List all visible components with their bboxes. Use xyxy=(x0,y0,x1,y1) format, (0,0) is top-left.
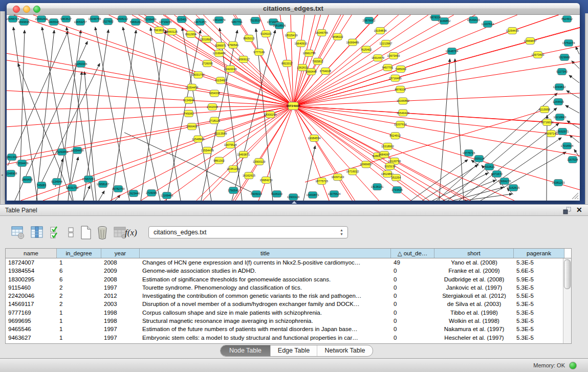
graph-node-label: 18300295 xyxy=(264,113,277,116)
create-table-icon[interactable] xyxy=(80,226,92,240)
window-titlebar[interactable]: citations_edges.txt xyxy=(7,3,580,15)
graph-node-label: 16354458 xyxy=(71,149,84,152)
network-graph[interactable]: 1604675694982221609948976254021691447994… xyxy=(7,15,580,201)
show-columns-icon[interactable] xyxy=(31,226,43,239)
table-cell: 22420046 xyxy=(6,292,57,300)
float-panel-icon[interactable] xyxy=(563,207,572,214)
graph-node-label: 252254 xyxy=(391,176,401,179)
graph-node-label: 10958187 xyxy=(97,183,110,186)
column-header-name[interactable]: name xyxy=(6,249,57,258)
table-row[interactable]: 1938455462009Genome-wide association stu… xyxy=(6,267,571,275)
column-header-short[interactable]: short xyxy=(434,249,514,258)
table-cell: Estimation of the future numbers of pati… xyxy=(140,325,391,333)
table-cell: 0 xyxy=(391,283,434,292)
graph-node-label: 8524912 xyxy=(389,134,401,137)
table-cell: 0 xyxy=(391,325,434,333)
memory-status-label: Memory: OK xyxy=(533,362,565,368)
table-cell: 19384554 xyxy=(6,267,57,275)
graph-node-label: 14136141 xyxy=(371,185,384,188)
table-row[interactable]: 2242004622012Investigating the contribut… xyxy=(6,292,571,300)
graph-edge-red xyxy=(366,164,411,201)
graph-node-label: 15493871 xyxy=(307,193,319,196)
column-header-out_de[interactable]: △ out_de… xyxy=(391,249,434,258)
graph-edge-black xyxy=(567,121,579,128)
graph-node-label: 15684270 xyxy=(498,180,511,183)
table-cell: 0 xyxy=(391,317,434,325)
table-cell: 9465546 xyxy=(6,325,57,333)
graph-edge-red xyxy=(394,15,475,56)
table-cell: Yano et al. (2008) xyxy=(434,258,514,267)
right-collapsed-panel[interactable] xyxy=(585,13,588,204)
delete-table-icon[interactable] xyxy=(96,226,108,240)
table-cell: 5.9E-5 xyxy=(514,275,564,283)
graph-node-label: 20876682 xyxy=(363,19,376,22)
graph-node-label: 9134944 xyxy=(183,99,194,102)
graph-node-label: 9134944 xyxy=(51,180,62,183)
column-header-year[interactable]: year xyxy=(101,249,140,258)
scrollbar-thumb[interactable] xyxy=(564,259,571,289)
graph-node-label: 7515526 xyxy=(250,19,261,22)
table-row[interactable]: 911546021997Tourette syndrome. Phenomeno… xyxy=(6,283,571,292)
resize-grip-icon[interactable] xyxy=(571,191,579,200)
table-cell: 0 xyxy=(391,309,434,317)
column-header-pagerank[interactable]: pagerank xyxy=(514,249,564,258)
tab-edge-table[interactable]: Edge Table xyxy=(270,345,317,356)
table-row[interactable]: 1872400712008Changes of HCN gene express… xyxy=(6,258,571,267)
graph-node-label: 16162615 xyxy=(507,186,520,189)
graph-edge-red xyxy=(20,139,198,201)
table-scrollbar[interactable] xyxy=(563,258,571,343)
table-row[interactable]: 946554611997Estimation of the future num… xyxy=(6,325,571,333)
graph-edge-red xyxy=(530,27,580,41)
graph-node-label: 8524912 xyxy=(561,17,573,20)
row-height-icon[interactable] xyxy=(68,226,75,239)
tab-network-table[interactable]: Network Table xyxy=(317,345,373,356)
graph-node-label: 9684067 xyxy=(379,153,390,156)
table-cell: 5.3E-5 xyxy=(514,283,564,292)
table-settings-icon[interactable] xyxy=(11,226,25,239)
table-selector-dropdown[interactable]: citations_edges.txt ▲▼ xyxy=(148,226,348,238)
column-header-title[interactable]: title xyxy=(140,249,391,258)
graph-node-label: 8822017 xyxy=(281,62,293,65)
collapse-arrow-icon: ◂ xyxy=(1,173,3,177)
table-row[interactable]: 1830029562008Estimation of significance … xyxy=(6,275,571,283)
table-body: 1872400712008Changes of HCN gene express… xyxy=(6,258,571,342)
graph-node-label: 15692971 xyxy=(556,130,569,133)
column-header-in_degree[interactable]: in_degree xyxy=(57,249,101,258)
graph-node-label: 15716485 xyxy=(389,77,402,80)
graph-node-label: 15318902 xyxy=(200,38,213,41)
graph-node-label: 18325419 xyxy=(285,34,298,37)
table-cell: 1998 xyxy=(101,317,140,325)
graph-hub-label: 18724007 xyxy=(286,104,300,107)
table-cell: 2003 xyxy=(101,300,140,308)
split-pane-handle[interactable] xyxy=(292,201,297,204)
graph-node-label: 16046756 xyxy=(89,17,101,20)
close-panel-icon[interactable]: ✕ xyxy=(576,206,582,214)
table-row[interactable]: 969969511998Structural magnetic resonanc… xyxy=(6,317,571,325)
graph-node-label: 9699695 xyxy=(18,20,30,24)
graph-edge-red xyxy=(7,126,192,164)
graph-edge-black xyxy=(42,27,73,201)
graph-node-label: 7632621 xyxy=(484,165,495,168)
graph-node-label: 16716022 xyxy=(541,121,554,124)
table-row[interactable]: 946362711997Embryonic stem cells: a mode… xyxy=(6,334,571,342)
graph-node-label: 16648784 xyxy=(446,50,459,53)
tab-node-table[interactable]: Node Table xyxy=(221,345,270,356)
table-cell: 49 xyxy=(391,258,434,267)
network-canvas[interactable]: 1604675694982221609948976254021691447994… xyxy=(7,15,580,201)
table-cell: Estimation of significance thresholds fo… xyxy=(140,275,391,283)
left-collapsed-panel[interactable]: ◂ xyxy=(0,11,5,204)
table-panel-title: Table Panel xyxy=(5,207,37,214)
graph-node-label: 16716022 xyxy=(346,170,359,173)
graph-node-label: 19166852 xyxy=(438,19,451,23)
graph-edge-red xyxy=(7,53,192,87)
table-cell: Dudbridge et al. (2008) xyxy=(434,275,514,283)
graph-node-label: 9463627 xyxy=(60,17,72,20)
graph-node-label: 1790541 xyxy=(228,189,239,192)
graph-node-label: 12207614 xyxy=(394,123,407,126)
graph-node-label: 10075524 xyxy=(224,143,237,146)
table-row[interactable]: 977716911998Corpus callosum shape and si… xyxy=(6,309,571,317)
table-row[interactable]: 1456911722003Disruption of a novel membe… xyxy=(6,300,571,308)
function-builder-icon[interactable]: f(x) xyxy=(125,228,137,238)
select-columns-icon[interactable] xyxy=(50,226,61,239)
graph-node-label: 16782759 xyxy=(112,187,125,190)
